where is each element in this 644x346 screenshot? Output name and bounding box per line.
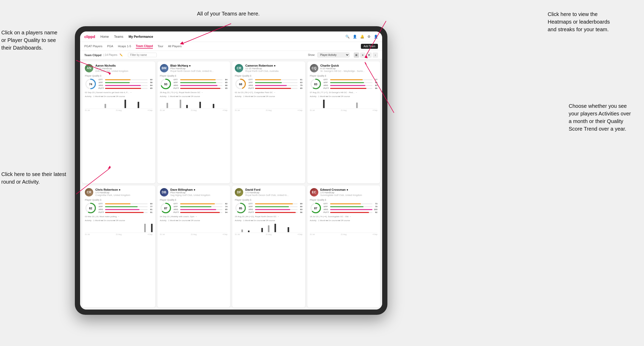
player-name[interactable]: Cameron Robertson ●: [245, 64, 303, 67]
annotation-left-bottom: Click here to see their latestround or A…: [1, 171, 66, 186]
chart-dates: 31 Jul21 Aug4 Sep: [310, 233, 378, 235]
card-header: CR Cameron Robertson ● 11-15 Handicap Ro…: [235, 64, 303, 72]
quality-label: Player Quality ℹ: [235, 199, 303, 201]
avatar: BM: [160, 64, 168, 72]
player-handicap: Plus Handicap: [170, 191, 228, 194]
annotation-right-bottom: Choose whether you seeyour players Activ…: [569, 102, 631, 133]
cards-grid: AN Aaron Nicholls 11-15 Handicap Drift G…: [80, 59, 382, 310]
card-header: CR Chris Robertson ● 1-5 Handicap Craigm…: [85, 188, 153, 196]
player-name[interactable]: Dave Billingham ●: [170, 188, 228, 191]
subnav-team-clippd[interactable]: Team Clippd: [136, 44, 153, 49]
card-header: DB Dave Billingham ● Plus Handicap Sag M…: [160, 188, 228, 196]
quality-circle[interactable]: 82: [85, 202, 96, 214]
player-card[interactable]: AN Aaron Nicholls 11-15 Handicap Drift G…: [82, 61, 155, 183]
activity-section: Activity · 1 Month ■ On course ■ Off cou…: [160, 219, 228, 235]
last-round[interactable]: 26 Aug 23 | 73 (+1), Royal North Devon G…: [160, 91, 228, 94]
sort-icon[interactable]: ↕: [373, 52, 378, 58]
player-club: Royal Perth Golf Club, Australia: [245, 70, 303, 72]
edit-icon[interactable]: ✏️: [120, 54, 123, 56]
player-name[interactable]: Edward Crossman ●: [320, 188, 378, 191]
player-name[interactable]: David Ford: [245, 188, 303, 191]
stats-col: OTT 89 APP 80 ARG 83 PUTT 96: [248, 203, 303, 214]
subnav-pgat[interactable]: PGAT Players: [84, 45, 102, 48]
filter-icon[interactable]: ▼: [366, 52, 372, 58]
player-card[interactable]: CR Chris Robertson ● 1-5 Handicap Craigm…: [82, 185, 155, 307]
player-name[interactable]: Charlie Quick: [320, 64, 378, 67]
quality-section: 74 OTT 60 APP 58 ARG 84 PUTT 85: [85, 78, 153, 90]
player-handicap: 1-5 Handicap: [95, 191, 153, 194]
filter-input[interactable]: [128, 53, 157, 57]
quality-circle[interactable]: 68: [235, 78, 246, 90]
show-select[interactable]: Player Activity Quality Score Trend: [317, 52, 350, 57]
search-icon[interactable]: 🔍: [345, 35, 350, 39]
list-view-icon[interactable]: ≡: [360, 52, 365, 58]
quality-circle[interactable]: 74: [85, 78, 96, 90]
nav-home[interactable]: Home: [100, 35, 109, 39]
player-card[interactable]: CR Cameron Robertson ● 11-15 Handicap Ro…: [232, 61, 305, 183]
logo: clippd: [84, 35, 95, 39]
quality-circle[interactable]: 83: [310, 78, 321, 90]
avatar: CQ: [310, 64, 318, 72]
last-round[interactable]: 04 Sep 23 | Mobility with coach, Gym →: [160, 215, 228, 218]
quality-circle[interactable]: 87: [310, 202, 321, 214]
svg-text:93: 93: [164, 83, 167, 86]
player-handicap: 6-10 Handicap: [320, 67, 378, 70]
subnav-tour[interactable]: Tour: [158, 45, 163, 48]
card-header: DF David Ford 1-5 Handicap Royal North D…: [235, 188, 303, 196]
settings-icon[interactable]: ⚙: [367, 35, 371, 39]
player-name[interactable]: Blair McHarg ●: [170, 64, 228, 67]
avatar: CR: [85, 188, 93, 196]
quality-label: Player Quality ℹ: [235, 74, 303, 77]
player-club: Royal North Devon Golf Club, United Ki..…: [245, 194, 303, 196]
card-header: EC Edward Crossman ● 1-5 Handicap Sunnin…: [310, 188, 378, 196]
activity-section: Activity · 1 Month ■ On course ■ Off cou…: [310, 219, 378, 235]
last-round[interactable]: 02 Sep 23 | Sunset round to get back int…: [85, 91, 153, 94]
player-card[interactable]: DF David Ford 1-5 Handicap Royal North D…: [232, 185, 305, 307]
player-handicap: 1-5 Handicap: [245, 191, 303, 194]
avatar: AN: [85, 64, 93, 72]
nav-teams[interactable]: Teams: [114, 35, 123, 39]
activity-label: Activity · 1 Month ■ On course ■ Off cou…: [85, 95, 153, 98]
last-round[interactable]: 26 Aug 23 | 84 (+12), Royal North Devon …: [235, 215, 303, 218]
activity-label: Activity · 1 Month ■ On course ■ Off cou…: [310, 95, 378, 98]
chart-dates: 31 Jul21 Aug4 Sep: [310, 109, 378, 111]
last-round[interactable]: 18 Jul 23 | 74 (+4), Sunningdale GC - Ol…: [310, 215, 378, 218]
quality-label: Player Quality ℹ: [310, 199, 378, 201]
quality-section: 83 OTT 77 APP 80 ARG 83 PUTT 86: [310, 78, 378, 90]
player-card[interactable]: CQ Charlie Quick 6-10 Handicap St. Georg…: [307, 61, 380, 183]
subnav-hcaps[interactable]: Hcaps 1-5: [118, 45, 131, 48]
last-round[interactable]: 07 Aug 23 | 77 (+7), St George's Hill GC…: [310, 91, 378, 94]
last-round[interactable]: 03 Mar 23 | 19, Must make putting →: [85, 215, 153, 218]
quality-circle[interactable]: 93: [160, 78, 172, 90]
card-header: CQ Charlie Quick 6-10 Handicap St. Georg…: [310, 64, 378, 72]
bell-icon[interactable]: 🔔: [360, 35, 364, 39]
svg-text:83: 83: [314, 83, 317, 86]
subnav-pga[interactable]: PGA: [107, 45, 113, 48]
subnav-all-players[interactable]: All Players: [168, 45, 182, 48]
nav-my-performance[interactable]: My Performance: [129, 35, 153, 39]
grid-view-icon[interactable]: ⊞: [354, 52, 359, 58]
activity-label: Activity · 1 Month ■ On course ■ Off cou…: [85, 219, 153, 222]
player-card[interactable]: EC Edward Crossman ● 1-5 Handicap Sunnin…: [307, 185, 380, 307]
last-round[interactable]: 02 Jul 23 | 59 (+17), Craigmillar Park G…: [235, 91, 303, 94]
stats-col: OTT 61 APP 63 ARG 75 PUTT 85: [248, 78, 303, 89]
stats-col: OTT 60 APP 58 ARG 84 PUTT 85: [98, 78, 153, 89]
avatar: DB: [160, 188, 168, 196]
profile-icon[interactable]: 👤: [353, 35, 357, 39]
player-name[interactable]: Aaron Nicholls: [95, 64, 153, 67]
activity-section: Activity · 1 Month ■ On course ■ Off cou…: [310, 95, 378, 111]
quality-circle[interactable]: 85: [235, 202, 246, 214]
add-team-button[interactable]: Add Team: [361, 44, 378, 49]
user-avatar-icon[interactable]: 👤: [374, 35, 378, 39]
player-card[interactable]: BM Blair McHarg ● Plus Handicap Royal No…: [157, 61, 230, 183]
quality-circle[interactable]: 87: [160, 202, 172, 214]
player-name[interactable]: Chris Robertson ●: [95, 188, 153, 191]
show-label: Show:: [308, 54, 315, 56]
stats-col: OTT 73 APP 79 ARG 103 PUTT 92: [324, 203, 378, 214]
player-club: Craigmillar Park, United Kingdom: [95, 194, 153, 196]
quality-section: 93 OTT 84 APP 85 ARG 88 PUTT 95: [160, 78, 228, 90]
player-card[interactable]: DB Dave Billingham ● Plus Handicap Sag M…: [157, 185, 230, 307]
chart-dates: 31 Jul21 Aug4 Sep: [235, 233, 303, 235]
player-handicap: 1-5 Handicap: [320, 191, 378, 194]
nav-icons: 🔍 👤 🔔 ⚙ 👤: [345, 35, 378, 39]
